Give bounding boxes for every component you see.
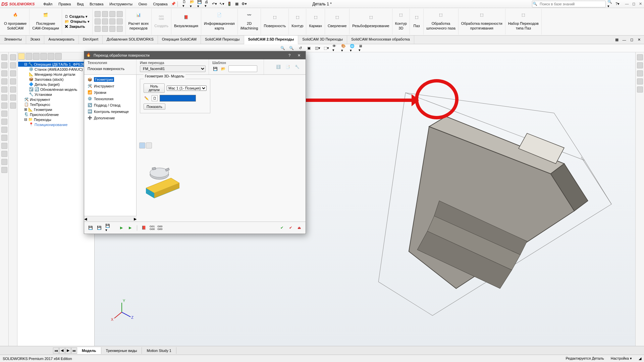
new-icon[interactable]: 🗋▾ (182, 1, 188, 7)
rtool-icon[interactable] (637, 54, 643, 60)
scene-icon[interactable]: 🌐▾ (350, 45, 356, 51)
nav-extra[interactable]: ➕ Дополнение (86, 115, 135, 121)
new-geometry-icon[interactable]: 🗋 (152, 95, 158, 101)
ltool2-icon[interactable] (10, 70, 16, 76)
nav-tech[interactable]: ⚙️ Технология (86, 96, 135, 102)
foot-gcode-icon[interactable]: 📕 (141, 225, 147, 231)
hide-show-icon[interactable]: 👁▾ (332, 45, 338, 51)
list-view-icon[interactable] (146, 142, 152, 148)
rib-2d[interactable]: 〰️2D iMachining (238, 9, 261, 35)
grid-icon[interactable] (95, 26, 101, 32)
tree-tab-icon[interactable] (18, 53, 25, 60)
tree-tab-icon[interactable] (25, 53, 32, 60)
menu-tools[interactable]: Инструменты (107, 1, 135, 7)
foot-sim2-icon[interactable]: ▶ (127, 225, 133, 231)
view-orient-icon[interactable]: ◫▾ (315, 45, 321, 51)
ltool2-icon[interactable] (10, 95, 16, 101)
rib-create2[interactable]: G01G00Создать (152, 9, 171, 35)
tab-tile-icon[interactable]: ▦ (614, 37, 620, 43)
tab-sc-multi[interactable]: SolidCAM Многоосевая обработка (347, 36, 414, 44)
grid-icon[interactable] (102, 18, 108, 24)
tab-elements[interactable]: Элементы (0, 36, 26, 44)
rebuild-icon[interactable]: 🚦 (226, 1, 232, 7)
maximize-icon[interactable]: ◻ (631, 2, 636, 6)
tree-item[interactable]: 🛠️ Инструмент (18, 97, 94, 102)
btab-next-icon[interactable]: ▶ (65, 348, 71, 354)
tab-sketch[interactable]: Эскиз (26, 36, 44, 44)
rib-about[interactable]: 🔥О программе SolidCAM (1, 9, 30, 35)
foot-save-icon[interactable]: 💾 (88, 225, 94, 231)
open-icon[interactable]: 📂▾ (190, 1, 196, 7)
template-open-icon[interactable]: 📂 (220, 66, 226, 72)
grid-icon[interactable] (95, 11, 101, 17)
name-select[interactable]: FM_facemill1 (140, 65, 206, 72)
tree-item[interactable]: ⊟ 📁 Переходы (18, 117, 94, 122)
rtool-icon[interactable] (637, 78, 643, 84)
select-icon[interactable]: ↖▾ (219, 1, 225, 7)
display-style-icon[interactable]: ⬚▾ (323, 45, 329, 51)
ltool-icon[interactable] (1, 167, 7, 173)
dialog-close-icon[interactable]: ✕ (294, 51, 304, 59)
ltool-icon[interactable] (1, 135, 7, 141)
print-icon[interactable]: 🖨▾ (204, 1, 210, 7)
ltool-icon[interactable] (1, 111, 7, 117)
settings-icon[interactable]: ⚙▾ (241, 1, 247, 7)
rib-contour[interactable]: ⬚Контур (289, 9, 306, 35)
rib-pocket[interactable]: ⬚Карман (306, 9, 325, 35)
help-icon[interactable]: ?▾ (614, 1, 621, 7)
btab-3dviews[interactable]: Трехмерные виды (101, 347, 142, 354)
dlg-top-icon[interactable]: ℹ️ (275, 64, 281, 70)
tree-tab-icon[interactable] (40, 53, 47, 60)
dlg-top-icon[interactable]: 🔧 (294, 64, 300, 70)
tree-tab-icon[interactable] (48, 53, 54, 60)
ltool-icon[interactable] (1, 103, 7, 109)
minimize-icon[interactable]: — (625, 2, 629, 6)
tree-item[interactable]: 📦 Заготовка (stock) (18, 77, 94, 82)
menu-file[interactable]: Файл (41, 1, 55, 7)
tree-tab-icon[interactable] (55, 53, 62, 60)
nav-levels[interactable]: 📶 Уровни (86, 89, 135, 96)
prev-view-icon[interactable]: ↺ (297, 45, 303, 51)
thumb-view-icon[interactable] (139, 142, 145, 148)
grid-icon[interactable] (117, 26, 123, 32)
ltool2-icon[interactable] (10, 78, 16, 84)
appearance-icon[interactable]: 🎨▾ (341, 45, 347, 51)
rib-thread[interactable]: ⬚Резьбофрезерование (350, 9, 392, 35)
tree-item[interactable]: ⊞ 📐 Геометрии (18, 107, 94, 112)
ltool-icon[interactable] (1, 62, 7, 68)
btab-first-icon[interactable]: ⏮ (53, 348, 59, 354)
search-button[interactable]: 🔍▾ (607, 1, 613, 7)
show-button[interactable]: Показать (144, 104, 165, 110)
geometry-select[interactable] (160, 95, 196, 102)
close-icon[interactable]: ✕ (638, 2, 643, 6)
grid-icon[interactable] (109, 26, 115, 32)
btab-last-icon[interactable]: ⏭ (71, 348, 77, 354)
rib-slot[interactable]: ⬚Паз (410, 9, 424, 35)
template-input[interactable] (228, 65, 257, 72)
tab-addins[interactable]: Добавления SOLIDWORKS (103, 36, 158, 44)
grid-icon[interactable] (109, 18, 115, 24)
rib-close[interactable]: 🗙 Закрыть (65, 24, 85, 29)
ltool2-icon[interactable] (10, 86, 16, 93)
foot-sim-icon[interactable]: ▶ (118, 225, 124, 231)
tab-sc-3d[interactable]: SolidCAM 3D Переходы (298, 36, 347, 44)
rib-info[interactable]: 📄Информационная карта (201, 9, 238, 35)
pin-icon[interactable]: 📌 (170, 1, 176, 7)
foot-ok-icon[interactable]: ✔ (279, 225, 285, 231)
ltool-icon[interactable] (1, 127, 7, 133)
tab-sc-25d[interactable]: SolidCAM 2.5D Переходы (244, 36, 299, 44)
foot-savecalc-icon[interactable]: 💾▾ (105, 225, 111, 231)
rib-visual[interactable]: 📕Визуализация (171, 9, 201, 35)
rib-drill[interactable]: ⬚Сверление (325, 9, 350, 35)
rib-calc[interactable]: 📊Расчет всех переходов (126, 9, 152, 35)
rtool-icon[interactable] (637, 62, 643, 68)
mac-select[interactable]: Mac 1 (1- Позиция) (167, 85, 207, 91)
nav-tool[interactable]: 🛠️ Инструмент (86, 83, 135, 89)
tree-tab-icon[interactable] (33, 53, 40, 60)
search-input[interactable] (532, 1, 606, 7)
ltool-icon[interactable] (1, 119, 7, 125)
zoom-area-icon[interactable]: 🔍 (288, 45, 294, 51)
tree-item[interactable]: 📋 ТехПроцесс (18, 102, 94, 107)
tree-item[interactable]: 🗜️ Приспособление (18, 112, 94, 117)
ltool-icon[interactable] (1, 95, 7, 101)
